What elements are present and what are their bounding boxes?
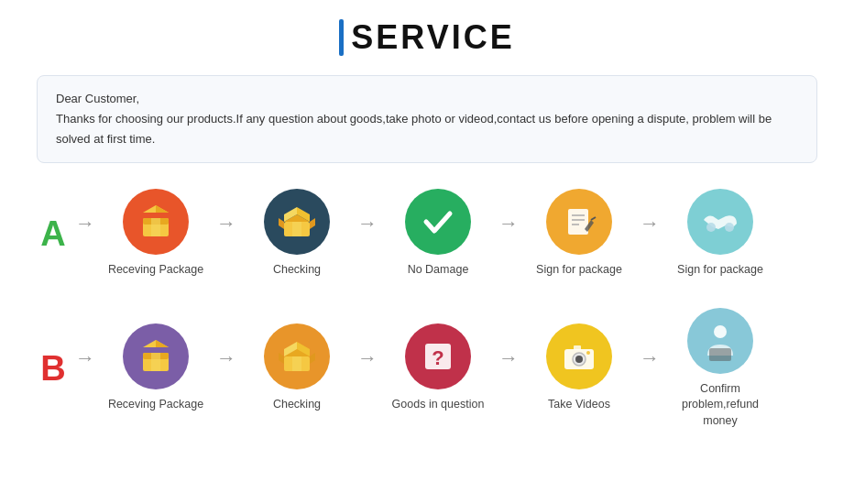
step-icon-sign_doc <box>546 189 612 255</box>
step-label: Receving Package <box>108 262 203 279</box>
step-icon-box_open <box>264 189 330 255</box>
row-label-a: A <box>37 214 70 254</box>
flow-step: Confirm problem,refund money <box>665 308 775 430</box>
step-label: Sign for package <box>677 262 763 279</box>
flow-step: Receving Package <box>101 189 211 279</box>
flow-step: Checking <box>242 189 352 279</box>
flow-arrow: → <box>498 212 519 256</box>
flow-arrow: → <box>498 346 519 390</box>
flow-arrow: → <box>640 212 660 256</box>
flow-step: No Damage <box>383 189 493 279</box>
step-icon-question_box <box>405 323 471 389</box>
page-header: SERVICE <box>339 18 514 57</box>
flow-step: Sign for package <box>665 189 775 279</box>
step-label: No Damage <box>408 262 469 279</box>
step-icon-handshake <box>687 189 753 255</box>
flow-arrow: → <box>216 346 236 390</box>
notice-line1: Dear Customer, <box>56 89 798 109</box>
title-accent-bar <box>339 19 344 56</box>
flow-step: Receving Package <box>101 323 211 413</box>
row-label-b: B <box>37 349 70 389</box>
flow-arrow: → <box>357 212 378 256</box>
page-title: SERVICE <box>351 18 514 57</box>
step-label: Checking <box>273 397 321 413</box>
flow-row-b: B→Receving Package→Checking→Goods in que… <box>37 308 817 430</box>
step-icon-box_open <box>264 323 330 389</box>
flow-arrow: → <box>357 346 378 390</box>
step-icon-box_orange <box>123 323 189 389</box>
notice-box: Dear Customer, Thanks for choosing our p… <box>37 75 817 163</box>
step-label: Receving Package <box>108 397 203 413</box>
step-label: Checking <box>273 262 321 279</box>
step-icon-camera <box>546 323 612 389</box>
flow-arrow: → <box>640 346 660 390</box>
flow-section: A→Receving Package→Checking→No Damage→Si… <box>37 189 817 429</box>
flow-step: Checking <box>242 323 352 413</box>
step-label: Take Videos <box>548 397 610 413</box>
flow-arrow: → <box>216 212 236 256</box>
step-label: Goods in question <box>392 397 485 413</box>
step-icon-checkmark <box>405 189 471 255</box>
flow-arrow: → <box>75 212 95 256</box>
step-label: Sign for package <box>536 262 622 279</box>
flow-step: Goods in question <box>383 323 493 413</box>
flow-arrow: → <box>75 346 95 390</box>
notice-line2: Thanks for choosing our products.If any … <box>56 109 798 149</box>
flow-step: Sign for package <box>524 189 634 279</box>
step-label: Confirm problem,refund money <box>665 381 775 430</box>
flow-row-a: A→Receving Package→Checking→No Damage→Si… <box>37 189 817 279</box>
step-icon-person_laptop <box>687 308 753 374</box>
step-icon-box_orange <box>123 189 189 255</box>
flow-step: Take Videos <box>524 323 634 413</box>
